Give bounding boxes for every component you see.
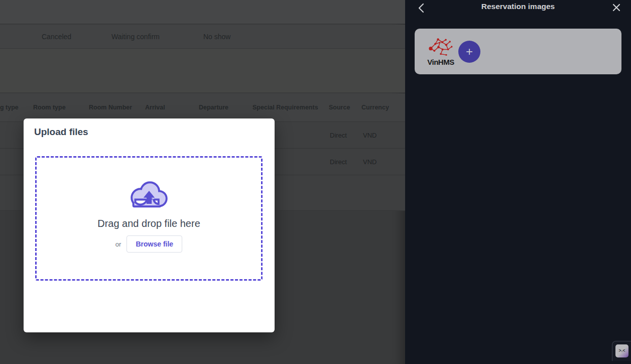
col-booking-type: g type <box>0 93 19 122</box>
browse-file-button[interactable]: Browse file <box>127 235 182 253</box>
upload-files-modal: Upload files Drag and drop file here or … <box>24 118 275 332</box>
or-label: or <box>115 240 121 248</box>
network-graph-icon <box>427 37 455 57</box>
corner-widget-frame: >.< <box>612 341 631 361</box>
vinhms-logo: VinHMS <box>425 37 457 68</box>
file-dropzone[interactable]: Drag and drop file here or Browse file <box>35 156 263 281</box>
app-top-bar <box>0 0 405 24</box>
vinhms-logo-text: VinHMS <box>425 58 457 66</box>
reservation-image-thumbnail[interactable]: VinHMS + <box>415 29 621 74</box>
col-room-type: Room type <box>33 93 66 122</box>
tab-no-show[interactable]: No show <box>203 25 230 49</box>
tab-canceled[interactable]: Canceled <box>42 25 71 49</box>
cloud-upload-icon <box>127 178 171 210</box>
col-departure: Departure <box>199 93 228 122</box>
status-tab-bar: Canceled Waiting confirm No show <box>0 25 405 49</box>
col-currency: Currency <box>361 93 389 122</box>
close-button[interactable] <box>611 3 621 13</box>
dropzone-label: Drag and drop file here <box>97 218 200 229</box>
close-icon <box>611 3 621 13</box>
table-header-row: g type Room type Room Number Arrival Dep… <box>0 93 405 122</box>
col-source: Source <box>329 93 350 122</box>
panel-title: Reservation images <box>405 2 631 11</box>
col-arrival: Arrival <box>145 93 165 122</box>
add-image-button[interactable]: + <box>458 41 480 63</box>
cell-currency: VND <box>363 149 376 175</box>
filter-area <box>0 49 405 93</box>
feedback-widget-icon[interactable]: >.< <box>615 344 628 357</box>
tab-waiting-confirm[interactable]: Waiting confirm <box>111 25 160 49</box>
col-special-requirements: Special Requirements <box>253 93 318 122</box>
cell-source: Direct <box>330 149 347 175</box>
reservation-images-panel: Reservation images <box>405 0 631 364</box>
cell-currency: VND <box>363 122 376 149</box>
col-room-number: Room Number <box>89 93 132 122</box>
panel-header: Reservation images <box>405 0 631 17</box>
cell-source: Direct <box>330 122 347 149</box>
modal-title: Upload files <box>34 127 88 138</box>
